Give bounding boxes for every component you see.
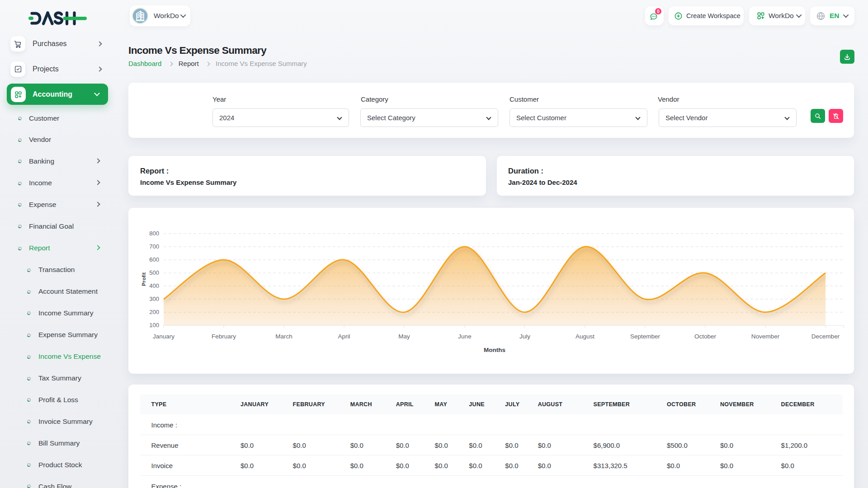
svg-text:600: 600: [149, 256, 159, 263]
svg-text:100: 100: [149, 322, 159, 328]
svg-text:April: April: [338, 333, 350, 340]
svg-text:November: November: [751, 333, 780, 340]
svg-text:300: 300: [149, 296, 159, 302]
svg-text:August: August: [576, 333, 594, 340]
svg-text:October: October: [694, 333, 717, 340]
svg-text:500: 500: [149, 269, 159, 276]
svg-text:September: September: [630, 333, 660, 340]
svg-text:Profit: Profit: [141, 272, 146, 286]
svg-text:January: January: [153, 333, 175, 340]
svg-text:July: July: [519, 333, 530, 340]
svg-text:700: 700: [149, 243, 159, 250]
svg-text:Months: Months: [484, 347, 505, 353]
svg-text:February: February: [212, 333, 236, 340]
svg-text:June: June: [458, 333, 471, 340]
svg-text:200: 200: [149, 309, 159, 315]
svg-text:May: May: [398, 333, 410, 340]
svg-text:800: 800: [149, 230, 159, 237]
svg-text:400: 400: [149, 282, 159, 289]
svg-text:March: March: [275, 333, 292, 340]
svg-text:December: December: [811, 333, 840, 340]
